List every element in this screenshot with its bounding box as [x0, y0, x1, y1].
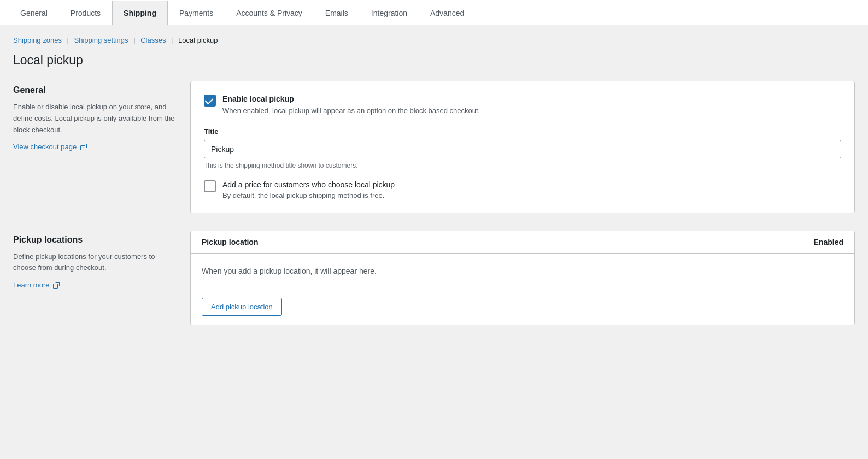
price-checkbox[interactable]: [204, 180, 216, 192]
locations-col-enabled: Enabled: [814, 238, 843, 246]
breadcrumb-current: Local pickup: [178, 36, 218, 44]
breadcrumb-shipping-zones[interactable]: Shipping zones: [13, 36, 62, 44]
breadcrumb-separator-3: |: [171, 36, 173, 44]
tab-advanced[interactable]: Advanced: [419, 1, 476, 25]
breadcrumb: Shipping zones | Shipping settings | Cla…: [13, 36, 855, 44]
tabs-bar: GeneralProductsShippingPaymentsAccounts …: [0, 0, 868, 25]
locations-section-heading: Pickup locations: [13, 235, 177, 245]
page-title: Local pickup: [13, 53, 855, 68]
learn-more-external-icon: [53, 282, 60, 289]
enable-local-pickup-desc: When enabled, local pickup will appear a…: [222, 105, 480, 116]
tab-integration[interactable]: Integration: [360, 1, 419, 25]
locations-empty-message: When you add a pickup location, it will …: [191, 254, 854, 289]
breadcrumb-shipping-settings[interactable]: Shipping settings: [74, 36, 128, 44]
price-checkbox-label: Add a price for customers who choose loc…: [222, 180, 395, 189]
tab-emails[interactable]: Emails: [314, 1, 360, 25]
enable-local-pickup-label-group: Enable local pickup When enabled, local …: [222, 95, 480, 116]
locations-col-location: Pickup location: [202, 238, 258, 246]
tab-payments[interactable]: Payments: [168, 1, 225, 25]
price-label-group: Add a price for customers who choose loc…: [222, 180, 395, 199]
enable-local-pickup-label: Enable local pickup: [222, 95, 480, 103]
locations-table-header: Pickup location Enabled: [191, 231, 854, 254]
title-field-group: Title This is the shipping method title …: [204, 127, 841, 169]
locations-footer: Add pickup location: [191, 289, 854, 325]
general-section-heading: General: [13, 85, 177, 95]
add-pickup-location-button[interactable]: Add pickup location: [202, 298, 282, 316]
title-field-label: Title: [204, 127, 841, 136]
tab-accounts-privacy[interactable]: Accounts & Privacy: [225, 1, 314, 25]
locations-section-description: Define pickup locations for your custome…: [13, 251, 177, 274]
tab-general[interactable]: General: [9, 1, 59, 25]
general-section: General Enable or disable local pickup o…: [13, 81, 855, 213]
locations-card: Pickup location Enabled When you add a p…: [190, 231, 855, 325]
general-section-description: Enable or disable local pickup on your s…: [13, 102, 177, 136]
content-area: Shipping zones | Shipping settings | Cla…: [0, 25, 868, 354]
general-settings-card: Enable local pickup When enabled, local …: [190, 81, 855, 213]
breadcrumb-separator-1: |: [67, 36, 69, 44]
breadcrumb-separator-2: |: [133, 36, 135, 44]
external-link-icon: [80, 144, 87, 150]
price-checkbox-desc: By default, the local pickup shipping me…: [222, 191, 395, 199]
price-checkbox-row: Add a price for customers who choose loc…: [204, 180, 841, 199]
general-section-desc: General Enable or disable local pickup o…: [13, 81, 177, 151]
enable-local-pickup-checkbox[interactable]: [204, 95, 216, 107]
breadcrumb-classes[interactable]: Classes: [140, 36, 166, 44]
title-input[interactable]: [204, 140, 841, 158]
locations-section: Pickup locations Define pickup locations…: [13, 231, 855, 325]
tab-shipping[interactable]: Shipping: [112, 1, 168, 25]
view-checkout-page-link[interactable]: View checkout page: [13, 143, 87, 151]
locations-section-desc: Pickup locations Define pickup locations…: [13, 231, 177, 290]
learn-more-link[interactable]: Learn more: [13, 281, 60, 289]
title-field-hint: This is the shipping method title shown …: [204, 162, 841, 169]
enable-local-pickup-row: Enable local pickup When enabled, local …: [204, 95, 841, 116]
tab-products[interactable]: Products: [59, 1, 112, 25]
